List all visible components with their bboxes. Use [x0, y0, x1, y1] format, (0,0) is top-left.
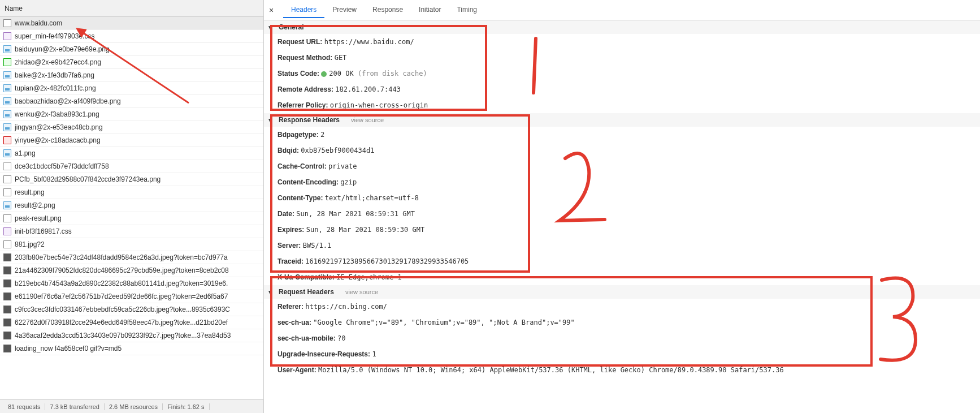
header-pair: Referrer Policy: origin-when-cross-origi… — [264, 97, 980, 113]
column-header-name[interactable]: Name — [0, 0, 263, 17]
header-key: Upgrade-Insecure-Requests: — [277, 350, 372, 358]
request-row[interactable]: 622762d0f703918f2cce294e6edd649f58eec47b… — [0, 316, 263, 329]
header-value: Mozilla/5.0 (Windows NT 10.0; Win64; x64… — [318, 366, 784, 374]
file-type-icon — [3, 71, 11, 79]
header-pair: Bdqid: 0xb875ebf9000434d1 — [264, 143, 980, 158]
status-metric: 2.6 MB resources — [105, 403, 163, 410]
header-value: Sun, 28 Mar 2021 08:59:31 GMT — [296, 210, 415, 218]
header-pair: Expires: Sun, 28 Mar 2021 08:59:30 GMT — [264, 222, 980, 238]
tabs-bar: × HeadersPreviewResponseInitiatorTiming — [264, 0, 980, 20]
request-row[interactable]: 881.jpg?2 — [0, 238, 263, 251]
header-key: Cache-Control: — [277, 162, 328, 170]
request-row[interactable]: loading_now f4a658cef0 gif?v=md5 — [0, 342, 263, 355]
file-name: super_min-fe4f97903e.css — [15, 32, 94, 40]
request-row[interactable]: 21a4462309f79052fdc820dc486695c279cbd59e… — [0, 264, 263, 277]
file-type-icon — [3, 306, 11, 313]
request-row[interactable]: tupian@2x-482fc011fc.png — [0, 82, 263, 95]
header-key: Content-Encoding: — [277, 178, 340, 186]
header-value: text/html;charset=utf-8 — [325, 194, 419, 202]
file-name: peak-result.png — [15, 214, 62, 222]
header-value: gzip — [340, 178, 357, 186]
header-key: Date: — [277, 210, 296, 218]
file-name: baobaozhidao@2x-af409f9dbe.png — [15, 97, 121, 105]
view-source-link[interactable]: view source — [345, 289, 378, 295]
request-row[interactable]: result@2.png — [0, 199, 263, 212]
request-row[interactable]: result.png — [0, 186, 263, 199]
header-value: https://www.baidu.com/ — [324, 38, 414, 46]
request-row[interactable]: b219ebc4b74543a9a2d890c22382c88ab801141d… — [0, 277, 263, 290]
header-value: "Google Chrome";v="89", "Chromium";v="89… — [313, 319, 574, 326]
status-metric: 81 requests — [3, 403, 45, 410]
status-metric: Finish: 1.62 s — [163, 403, 209, 410]
request-row[interactable]: 203fb80e7bec54e73c24df48fdadd9584ec26a3d… — [0, 251, 263, 264]
request-row[interactable]: baiduyun@2x-e0be79e69e.png — [0, 43, 263, 56]
request-row[interactable]: super_min-fe4f97903e.css — [0, 30, 263, 43]
header-pair: X-Ua-Compatible: IE=Edge,chrome=1 — [264, 269, 980, 285]
request-row[interactable]: baike@2x-1fe3db7fa6.png — [0, 69, 263, 82]
request-row[interactable]: yinyue@2x-c18adacacb.png — [0, 134, 263, 147]
tab-timing[interactable]: Timing — [449, 2, 485, 18]
header-pair: sec-ch-ua-mobile: ?0 — [264, 330, 980, 346]
file-type-icon — [3, 188, 11, 196]
request-row[interactable]: PCfb_5bf082d29588c07f842ccde3f97243ea.pn… — [0, 173, 263, 186]
request-row[interactable]: peak-result.png — [0, 212, 263, 225]
caret-down-icon[interactable]: ▼ — [267, 289, 273, 295]
header-key: Content-Type: — [277, 194, 325, 202]
request-row[interactable]: init-bf3f169817.css — [0, 225, 263, 238]
header-value: https://cn.bing.com/ — [305, 303, 387, 311]
headers-content: ▼ General Request URL: https://www.baidu… — [264, 20, 980, 413]
general-section: ▼ General Request URL: https://www.baidu… — [264, 20, 980, 113]
file-name: 622762d0f703918f2cce294e6edd649f58eec47b… — [15, 319, 228, 326]
request-row[interactable]: c9fcc3cec3fdfc0331467ebbebdfc59ca5c226db… — [0, 303, 263, 316]
file-type-icon — [3, 58, 11, 66]
file-name: c9fcc3cec3fdfc0331467ebbebdfc59ca5c226db… — [15, 306, 230, 313]
file-name: loading_now f4a658cef0 gif?v=md5 — [15, 345, 122, 352]
request-row[interactable]: e61190ef76c6a7ef2c56751b7d2eed59f2de66fc… — [0, 290, 263, 303]
header-pair: Status Code: 200 OK (from disk cache) — [264, 66, 980, 81]
request-row[interactable]: jingyan@2x-e53eac48cb.png — [0, 121, 263, 134]
request-row[interactable]: 4a36acaf2edda3ccd513c3403e097b09233f92c7… — [0, 329, 263, 342]
file-name: b219ebc4b74543a9a2d890c22382c88ab801141d… — [15, 279, 228, 287]
tab-initiator[interactable]: Initiator — [411, 2, 449, 18]
file-type-icon — [3, 332, 11, 339]
header-value: Sun, 28 Mar 2021 08:59:30 GMT — [306, 226, 425, 234]
request-row[interactable]: dce3c1bdccf5b7e7f3ddcfdff758 — [0, 160, 263, 173]
header-key: sec-ch-ua-mobile: — [277, 334, 337, 342]
file-name: a1.png — [15, 149, 36, 157]
caret-down-icon[interactable]: ▼ — [267, 24, 273, 31]
file-type-icon — [3, 201, 11, 209]
header-value: 0xb875ebf9000434d1 — [301, 147, 374, 154]
file-type-icon — [3, 253, 11, 261]
header-value: 1616921971238956673013291789329933546705 — [305, 257, 469, 265]
tab-headers[interactable]: Headers — [283, 2, 324, 18]
file-name: wenku@2x-f3aba893c1.png — [15, 110, 99, 118]
requests-panel: Name www.baidu.comsuper_min-fe4f97903e.c… — [0, 0, 264, 413]
header-key: Request Method: — [277, 54, 335, 62]
request-row[interactable]: zhidao@2x-e9b427ecc4.png — [0, 56, 263, 69]
status-bar: 81 requests7.3 kB transferred2.6 MB reso… — [0, 399, 263, 413]
view-source-link[interactable]: view source — [351, 117, 384, 123]
file-name: result@2.png — [15, 201, 55, 209]
header-key: Request URL: — [277, 38, 324, 46]
file-type-icon — [3, 149, 11, 157]
header-value-hint: (from disk cache) — [358, 70, 427, 78]
header-key: Referer: — [277, 303, 305, 311]
caret-down-icon[interactable]: ▼ — [267, 117, 273, 123]
file-type-icon — [3, 345, 11, 352]
header-pair: sec-ch-ua: "Google Chrome";v="89", "Chro… — [264, 315, 980, 330]
file-name: tupian@2x-482fc011fc.png — [15, 84, 96, 92]
request-row[interactable]: baobaozhidao@2x-af409f9dbe.png — [0, 95, 263, 108]
file-name: yinyue@2x-c18adacacb.png — [15, 136, 101, 144]
request-row[interactable]: a1.png — [0, 147, 263, 160]
file-name: 881.jpg?2 — [15, 240, 45, 248]
header-value: 1 — [372, 350, 376, 358]
request-row[interactable]: www.baidu.com — [0, 17, 263, 30]
header-key: User-Agent: — [277, 366, 318, 374]
header-value: IE=Edge,chrome=1 — [336, 273, 402, 281]
request-row[interactable]: wenku@2x-f3aba893c1.png — [0, 108, 263, 121]
close-icon[interactable]: × — [267, 6, 275, 14]
tab-response[interactable]: Response — [365, 2, 411, 18]
header-pair: Content-Encoding: gzip — [264, 174, 980, 190]
header-value: 182.61.200.7:443 — [335, 85, 401, 93]
tab-preview[interactable]: Preview — [324, 2, 365, 18]
